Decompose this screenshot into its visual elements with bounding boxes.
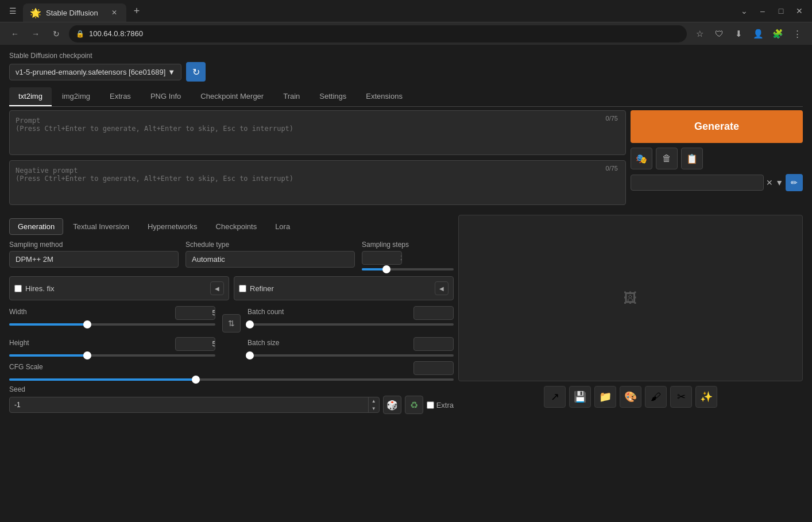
- extra-label[interactable]: Extra: [427, 401, 454, 409]
- extras-img-btn[interactable]: ✨: [695, 386, 717, 408]
- generate-btn[interactable]: Generate: [631, 110, 803, 143]
- sampling-steps-input[interactable]: [362, 252, 402, 264]
- subtab-hypernetworks[interactable]: Hypernetworks: [139, 218, 206, 235]
- tab-settings[interactable]: Settings: [310, 87, 355, 106]
- cfg-header: CFG Scale ▲ ▼: [9, 361, 454, 375]
- seed-dice-btn[interactable]: 🎲: [383, 396, 401, 414]
- seed-spin: ▲ ▼: [368, 397, 379, 412]
- new-tab-btn[interactable]: +: [129, 3, 145, 19]
- sampling-method-label: Sampling method: [9, 241, 179, 249]
- schedule-type-select[interactable]: Automatic: [185, 251, 355, 268]
- paste-btn[interactable]: 📋: [681, 148, 703, 169]
- hires-fix-label[interactable]: Hires. fix: [14, 284, 55, 293]
- tab-list-btn[interactable]: ⌄: [736, 3, 752, 19]
- close-tab-btn[interactable]: ✕: [109, 7, 119, 18]
- subtab-checkpoints[interactable]: Checkpoints: [207, 218, 266, 235]
- steps-row: ▲ ▼: [362, 251, 454, 265]
- subtab-lora[interactable]: Lora: [266, 218, 299, 235]
- batch-count-input[interactable]: [414, 307, 454, 319]
- seed-section: Seed ▲ ▼ 🎲 ♻ Extra: [9, 385, 454, 414]
- tab-extensions[interactable]: Extensions: [357, 87, 412, 106]
- style-btn[interactable]: 🎭: [631, 148, 652, 169]
- image-placeholder-icon: 🖼: [624, 290, 637, 306]
- sampling-steps-label: Sampling steps: [362, 241, 454, 249]
- tab-pnginfo[interactable]: PNG Info: [141, 87, 190, 106]
- refiner-label[interactable]: Refiner: [239, 284, 274, 293]
- batch-count-header: Batch count ▲ ▼: [248, 306, 454, 320]
- style-clear-btn[interactable]: ✕: [766, 178, 773, 187]
- refiner-checkbox[interactable]: [239, 285, 246, 292]
- palette-btn[interactable]: 🎨: [620, 386, 641, 408]
- extensions-btn[interactable]: 🧩: [770, 26, 786, 42]
- width-input[interactable]: [176, 307, 215, 319]
- hires-fix-checkbox[interactable]: [14, 285, 22, 292]
- style-dropdown-btn[interactable]: ▼: [775, 178, 783, 187]
- bookmark-btn[interactable]: ☆: [691, 26, 707, 42]
- crop-btn[interactable]: ✂: [670, 386, 692, 408]
- sidebar-toggle-btn[interactable]: ☰: [5, 3, 21, 19]
- height-slider[interactable]: [9, 354, 215, 357]
- download-btn[interactable]: ⬇: [730, 26, 747, 42]
- subtab-generation[interactable]: Generation: [9, 218, 63, 235]
- close-browser-btn[interactable]: ✕: [791, 3, 807, 19]
- width-slider[interactable]: [9, 323, 215, 326]
- maximize-btn[interactable]: □: [773, 3, 789, 19]
- url-input[interactable]: [89, 29, 680, 38]
- forward-btn[interactable]: →: [28, 26, 44, 42]
- batch-count-slider[interactable]: [248, 323, 454, 326]
- paint-btn[interactable]: 🖌: [645, 386, 667, 408]
- seed-down-btn[interactable]: ▼: [369, 405, 379, 412]
- open-folder-btn[interactable]: 📁: [594, 386, 616, 408]
- sampling-steps-section: Sampling steps ▲ ▼: [362, 241, 454, 270]
- checkpoint-select[interactable]: v1-5-pruned-emaonly.safetensors [6ce0168…: [9, 64, 181, 80]
- sampling-method-select[interactable]: DPM++ 2M: [9, 251, 179, 268]
- batch-size-slider[interactable]: [248, 354, 454, 357]
- shield-btn[interactable]: 🛡: [711, 26, 727, 42]
- seed-input[interactable]: [10, 397, 368, 412]
- width-section: Width ▲ ▼: [9, 306, 215, 326]
- style-apply-btn[interactable]: ✏: [786, 174, 803, 191]
- positive-prompt-input[interactable]: [9, 110, 626, 155]
- tab-img2img[interactable]: img2img: [53, 87, 99, 106]
- hires-collapse-btn[interactable]: ◀: [210, 281, 224, 295]
- negative-counter: 0/75: [602, 164, 621, 173]
- refresh-btn[interactable]: ↻: [48, 26, 64, 42]
- minimize-btn[interactable]: –: [755, 3, 771, 19]
- send-to-img2img-btn[interactable]: ↗: [544, 386, 566, 408]
- batch-size-input-wrap: ▲ ▼: [413, 337, 454, 351]
- seed-up-btn[interactable]: ▲: [369, 397, 379, 405]
- trash-btn[interactable]: 🗑: [656, 148, 678, 169]
- subtab-textual-inversion[interactable]: Textual Inversion: [64, 218, 138, 235]
- browser-tab-active[interactable]: 🌟 Stable Diffusion ✕: [23, 3, 126, 22]
- steps-slider[interactable]: [362, 268, 454, 270]
- negative-prompt-input[interactable]: [9, 160, 626, 205]
- cfg-scale-input[interactable]: [414, 362, 454, 374]
- swap-section: ⇅: [222, 314, 241, 332]
- style-input[interactable]: [631, 175, 764, 191]
- tab-checkpoint-merger[interactable]: Checkpoint Merger: [191, 87, 273, 106]
- prompts-area: 0/75 0/75: [9, 110, 626, 210]
- height-input-wrap: ▲ ▼: [175, 337, 215, 351]
- refiner-collapse-btn[interactable]: ◀: [435, 281, 448, 295]
- tab-extras[interactable]: Extras: [100, 87, 140, 106]
- height-input[interactable]: [176, 338, 215, 350]
- width-label: Width: [9, 308, 27, 316]
- seed-recycle-btn[interactable]: ♻: [405, 396, 423, 414]
- save-image-btn[interactable]: 💾: [569, 386, 591, 408]
- tab-txt2img[interactable]: txt2img: [9, 87, 52, 106]
- account-btn[interactable]: 👤: [750, 26, 766, 42]
- batch-size-label: Batch size: [248, 339, 279, 347]
- tab-favicon: 🌟: [30, 7, 41, 18]
- batch-size-input[interactable]: [414, 338, 454, 350]
- cfg-slider[interactable]: [9, 378, 454, 381]
- schedule-type-label: Schedule type: [185, 241, 355, 249]
- lock-icon: 🔒: [76, 30, 84, 38]
- tab-bar: ☰ 🌟 Stable Diffusion ✕ + ⌄ – □ ✕: [0, 0, 812, 22]
- extra-checkbox[interactable]: [427, 401, 434, 409]
- swap-dimensions-btn[interactable]: ⇅: [222, 314, 241, 332]
- tab-train[interactable]: Train: [274, 87, 309, 106]
- checkpoint-refresh-btn[interactable]: ↻: [186, 62, 206, 82]
- menu-btn[interactable]: ⋮: [789, 26, 805, 42]
- cfg-input-wrap: ▲ ▼: [413, 361, 454, 375]
- back-btn[interactable]: ←: [7, 26, 23, 42]
